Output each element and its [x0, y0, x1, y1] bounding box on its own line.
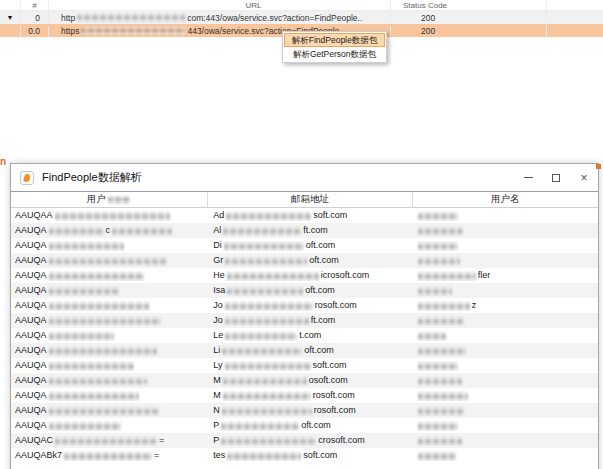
- maximize-button[interactable]: [542, 164, 570, 191]
- user-cell: AAUQA: [11, 360, 207, 370]
- table-row[interactable]: AAUQAC=Pcrosoft.com: [11, 433, 598, 448]
- email-cell: Let.com: [207, 330, 411, 340]
- occluded-orange-fragment: [596, 164, 601, 169]
- table-row[interactable]: AAUQADioft.com: [11, 238, 598, 253]
- censor-blur: [221, 437, 316, 446]
- user-id-prefix: AAUQA: [15, 315, 47, 325]
- table-row[interactable]: AAUQAPoft.com: [11, 418, 598, 433]
- censor-blur: [418, 257, 460, 266]
- email-cell: Dioft.com: [207, 240, 411, 250]
- user-id-prefix: AAUQA: [15, 405, 47, 415]
- email-cell: Alft.com: [207, 225, 411, 235]
- censor-blur: [418, 317, 464, 326]
- table-row[interactable]: AAUQALioft.com: [11, 343, 598, 358]
- table-row[interactable]: AAUQALysoft.com: [11, 358, 598, 373]
- table-row[interactable]: AAUQABk7=tessoft.com: [11, 448, 598, 463]
- minimize-button[interactable]: [514, 164, 542, 191]
- email-cell: Joft.com: [207, 315, 411, 325]
- censor-blur: [49, 407, 159, 416]
- table-row[interactable]: AAUQAHeicrosoft.comfler: [11, 268, 598, 283]
- email-prefix: Jo: [213, 300, 223, 310]
- context-menu: 解析FindPeople数据包 解析GetPerson数据包: [282, 31, 387, 63]
- user-id-prefix: AAUQA: [15, 255, 47, 265]
- censor-blur: [418, 362, 458, 371]
- censor-blur: [418, 347, 466, 356]
- url-prefix: https: [61, 26, 79, 36]
- email-cell: Pcrosoft.com: [207, 435, 411, 445]
- username-cell: [412, 345, 598, 355]
- occluded-text-fragment: n: [0, 156, 6, 167]
- user-column-header: 用户: [11, 192, 207, 207]
- user-cell: AAUQA: [11, 270, 207, 280]
- censor-blur: [224, 242, 304, 251]
- censor-blur: [221, 422, 299, 431]
- censor-blur: [49, 257, 167, 266]
- status-code: 200: [390, 26, 546, 36]
- number-column-header: #: [20, 1, 48, 10]
- censor-blur: [227, 452, 301, 461]
- user-cell: AAUQAc: [11, 225, 207, 235]
- email-suffix: crosoft.com: [318, 435, 365, 445]
- email-cell: Groft.com: [207, 255, 411, 265]
- close-button[interactable]: ×: [570, 164, 598, 191]
- minimize-icon: [524, 177, 533, 178]
- email-prefix: tes: [213, 450, 225, 460]
- user-id-prefix: AAUQABk7: [15, 450, 62, 460]
- table-row[interactable]: AAUQAJoft.com: [11, 313, 598, 328]
- window-titlebar[interactable]: FindPeople数据解析 ×: [11, 164, 598, 191]
- censor-blur: [418, 422, 458, 431]
- username-cell: [412, 375, 598, 385]
- table-row[interactable]: AAUQAcAlft.com: [11, 223, 598, 238]
- menu-item-parse-getperson[interactable]: 解析GetPerson数据包: [284, 47, 385, 61]
- email-cell: Mosoft.com: [207, 375, 411, 385]
- email-suffix: rosoft.com: [315, 300, 357, 310]
- user-cell: AAUQA: [11, 285, 207, 295]
- user-id-prefix: AAUQAA: [15, 210, 53, 220]
- censor-blur: [418, 377, 462, 386]
- censor-blur: [49, 242, 124, 251]
- email-prefix: Le: [213, 330, 223, 340]
- table-row[interactable]: AAUQAMosoft.com: [11, 373, 598, 388]
- table-row[interactable]: AAUQAMrosoft.com: [11, 388, 598, 403]
- url-suffix: com:443/owa/service.svc?action=FindPeopl…: [187, 13, 362, 23]
- user-cell: AAUQA: [11, 405, 207, 415]
- menu-item-parse-findpeople[interactable]: 解析FindPeople数据包: [284, 33, 385, 47]
- censor-blur: [223, 227, 301, 236]
- email-suffix: oft.com: [305, 285, 335, 295]
- censor-blur: [49, 332, 114, 341]
- result-table-header: 用户 邮箱地址 用户名: [11, 191, 598, 208]
- user-id-prefix: AAUQAC: [15, 435, 53, 445]
- table-row[interactable]: AAUQAGroft.com: [11, 253, 598, 268]
- table-row[interactable]: AAUQALet.com: [11, 328, 598, 343]
- email-prefix: P: [213, 435, 219, 445]
- censor-blur: [223, 377, 307, 386]
- censor-blur: [418, 437, 462, 446]
- username-cell: [412, 420, 598, 430]
- censor-blur: [49, 227, 104, 236]
- request-row[interactable]: ▼ 0 http com:443/owa/service.svc?action=…: [0, 11, 603, 24]
- censor-blur: [223, 392, 311, 401]
- expand-arrow-icon[interactable]: ▼: [0, 14, 20, 21]
- email-cell: Mrosoft.com: [207, 390, 411, 400]
- screen: # URL Status Code ▼ 0 http com:443/owa/s…: [0, 0, 603, 469]
- table-row[interactable]: AAUQAIsaoft.com: [11, 283, 598, 298]
- censor-blur: [49, 392, 139, 401]
- user-cell: AAUQAC=: [11, 435, 207, 445]
- table-row[interactable]: AAUQAAAdsoft.com: [11, 208, 598, 223]
- table-row[interactable]: AAUQANrosoft.com: [11, 403, 598, 418]
- username-cell: [412, 330, 598, 340]
- email-suffix: rosoft.com: [313, 390, 355, 400]
- email-suffix: oft.com: [306, 240, 336, 250]
- user-cell: AAUQA: [11, 315, 207, 325]
- username-cell: fler: [412, 270, 598, 280]
- username-cell: [412, 240, 598, 250]
- user-id-prefix: AAUQA: [15, 375, 47, 385]
- user-id-prefix: AAUQA: [15, 285, 47, 295]
- username-cell: [412, 255, 598, 265]
- user-cell: AAUQA: [11, 330, 207, 340]
- table-row[interactable]: AAUQAJorosoft.comz: [11, 298, 598, 313]
- user-id-suffix: =: [159, 435, 164, 445]
- censor-blur: [112, 227, 172, 236]
- censor-blur: [225, 332, 297, 341]
- user-id-prefix: AAUQA: [15, 240, 47, 250]
